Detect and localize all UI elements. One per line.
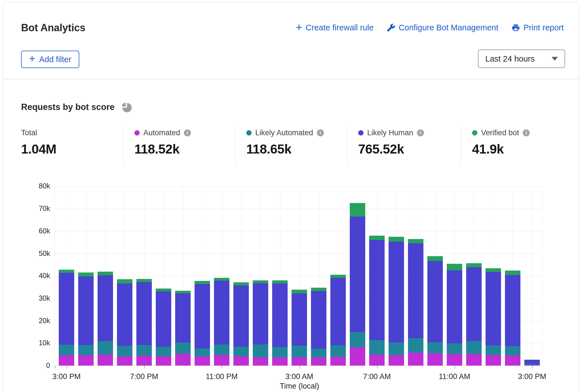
bar-segment-likely-human <box>505 275 520 346</box>
bar-segment-automated <box>156 356 171 366</box>
time-range-value: Last 24 hours <box>485 54 535 64</box>
print-report-link[interactable]: Print report <box>511 23 564 32</box>
bar-segment-verified-bot <box>136 279 152 282</box>
x-tick-label: 11:00 AM <box>439 372 470 381</box>
bar-segment-automated <box>389 355 404 366</box>
x-tick-mark <box>55 366 55 368</box>
bar-4-00-am <box>311 288 326 366</box>
bar-segment-likely-human <box>408 243 423 338</box>
y-gridline <box>54 254 543 254</box>
bar-segment-likely-human <box>253 283 268 344</box>
bar-segment-likely-automated <box>214 344 229 355</box>
stat-total: Total1.04M <box>21 128 56 157</box>
x-tick-label: 11:00 PM <box>206 372 238 381</box>
bar-segment-likely-automated <box>311 349 326 357</box>
info-icon[interactable]: i <box>417 129 424 136</box>
stat-value: 41.9k <box>472 141 530 157</box>
bar-7-00-am <box>369 236 385 366</box>
bar-segment-likely-human <box>59 273 74 345</box>
bar-segment-likely-automated <box>427 342 443 353</box>
x-axis-title: Time (local) <box>280 382 319 391</box>
bar-segment-automated <box>350 347 365 366</box>
info-icon[interactable]: i <box>184 129 191 136</box>
bar-10-00-pm <box>195 281 210 366</box>
bar-segment-likely-automated <box>330 345 346 357</box>
legend-dot <box>246 130 252 136</box>
bar-segment-automated <box>195 356 210 366</box>
stat-verified-bot: Verified boti41.9k <box>472 128 530 157</box>
bar-segment-automated <box>466 354 482 366</box>
y-tick-label: 80k <box>30 182 50 190</box>
bar-9-00-pm <box>175 291 191 366</box>
bar-segment-likely-automated <box>136 345 152 355</box>
add-filter-label: Add filter <box>39 55 71 64</box>
x-tick-label: 7:00 AM <box>363 372 391 381</box>
bar-segment-automated <box>408 353 423 366</box>
y-tick-label: 10k <box>30 339 50 347</box>
requests-by-bot-score-chart: 010k20k30k40k50k60k70k80k3:00 PM7:00 PM1… <box>0 174 582 392</box>
bar-segment-likely-human <box>175 293 191 343</box>
stat-value: 118.52k <box>134 141 191 157</box>
bar-12-00-am <box>233 282 249 366</box>
bar-segment-automated <box>311 357 326 366</box>
y-tick-label: 50k <box>30 249 50 258</box>
configure-bot-management-label: Configure Bot Management <box>399 23 498 32</box>
x-tick-mark <box>144 366 145 368</box>
bar-segment-automated <box>233 356 249 366</box>
bar-segment-likely-automated <box>505 346 520 355</box>
bar-segment-verified-bot <box>117 279 132 283</box>
bar-segment-automated <box>330 357 346 366</box>
bar-3-00-pm <box>59 270 74 366</box>
bar-10-00-am <box>427 256 443 366</box>
bar-segment-automated <box>427 353 443 366</box>
bar-8-00-am <box>389 237 404 366</box>
bar-segment-automated <box>78 355 94 366</box>
bar-segment-likely-human <box>369 240 385 340</box>
bar-segment-likely-human <box>156 291 171 347</box>
create-firewall-rule-link[interactable]: + Create firewall rule <box>296 23 374 32</box>
wrench-icon <box>387 23 395 32</box>
stat-label: Total <box>21 129 37 137</box>
bar-segment-likely-automated <box>466 341 482 354</box>
bar-segment-likely-human <box>214 281 229 344</box>
bar-segment-likely-human <box>272 283 288 347</box>
bar-segment-automated <box>214 355 229 366</box>
bar-segment-verified-bot <box>175 291 191 294</box>
bar-segment-likely-automated <box>156 347 171 356</box>
bar-7-00-pm <box>136 279 152 366</box>
stat-automated: Automatedi118.52k <box>134 128 191 157</box>
y-gridline <box>54 186 543 186</box>
plot-edge-gridline <box>54 186 55 366</box>
bar-segment-likely-human <box>136 282 152 345</box>
y-tick-label: 20k <box>30 317 50 325</box>
y-gridline <box>54 209 543 209</box>
bar-segment-verified-bot <box>98 272 113 275</box>
bar-segment-verified-bot <box>447 264 462 270</box>
stat-label: Likely Automated <box>255 129 313 137</box>
stat-label: Verified bot <box>481 129 519 137</box>
bar-segment-verified-bot <box>292 290 307 294</box>
bar-segment-automated <box>272 357 288 366</box>
info-icon[interactable]: i <box>523 129 530 136</box>
time-range-select[interactable]: Last 24 hours <box>478 49 565 68</box>
bar-segment-likely-automated <box>272 347 288 357</box>
bar-segment-likely-human <box>466 267 482 341</box>
bar-segment-likely-automated <box>78 345 94 355</box>
stat-value: 765.52k <box>358 141 424 157</box>
bar-11-00-am <box>447 264 462 366</box>
y-tick-label: 60k <box>30 227 50 235</box>
info-icon[interactable]: i <box>317 129 324 136</box>
add-filter-button[interactable]: + Add filter <box>21 51 79 68</box>
pie-chart-icon <box>121 101 132 113</box>
bar-segment-verified-bot <box>272 280 288 283</box>
bar-segment-likely-human <box>330 278 346 345</box>
bar-segment-likely-automated <box>350 332 365 347</box>
bar-segment-verified-bot <box>253 280 268 283</box>
bar-1-00-pm <box>486 268 501 366</box>
bar-segment-likely-human <box>427 261 443 342</box>
bar-segment-automated <box>117 356 132 366</box>
stat-divider <box>461 127 461 165</box>
bar-12-00-pm <box>466 263 482 366</box>
bar-segment-likely-human <box>389 242 404 343</box>
configure-bot-management-link[interactable]: Configure Bot Management <box>387 23 498 32</box>
